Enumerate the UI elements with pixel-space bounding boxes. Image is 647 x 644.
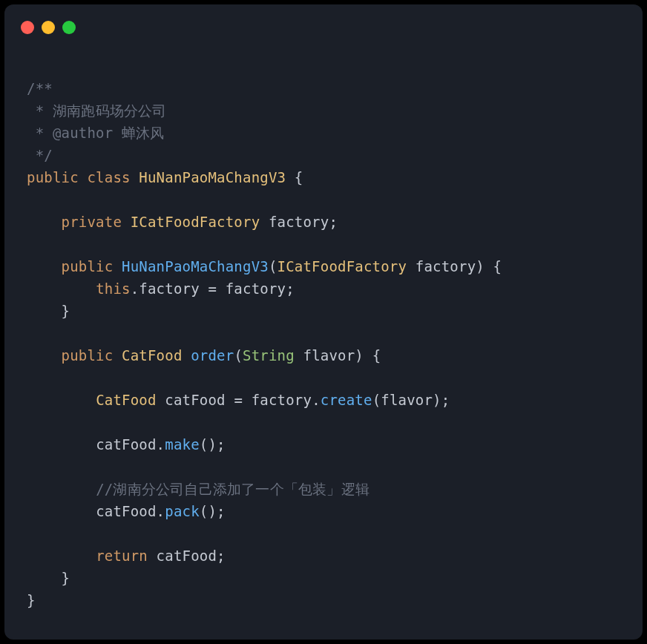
identifier: factory (139, 280, 199, 297)
identifier: factory (269, 214, 329, 230)
paren: ( (372, 392, 381, 408)
class-name: HuNanPaoMaChangV3 (139, 169, 286, 185)
brace: } (62, 303, 70, 319)
semicolon: ; (329, 214, 338, 230)
identifier: catFood (165, 392, 225, 408)
paren: ( (234, 347, 243, 364)
keyword-public: public (27, 169, 79, 185)
comment-line: //湖南分公司自己添加了一个「包装」逻辑 (96, 481, 370, 497)
paren: ) (433, 392, 441, 408)
comment-line: * 湖南跑码场分公司 (27, 102, 167, 119)
dot: . (131, 280, 139, 297)
type: ICatFoodFactory (131, 214, 260, 230)
dot: . (157, 436, 165, 453)
identifier: catFood (96, 503, 156, 519)
paren: ( (200, 436, 208, 453)
dot: . (157, 503, 165, 519)
param: factory (416, 258, 476, 275)
method-call: make (165, 436, 200, 453)
traffic-lights (21, 21, 76, 34)
identifier: factory (226, 280, 286, 297)
paren: ) (355, 347, 364, 364)
brace: } (27, 592, 36, 608)
eq: = (234, 392, 243, 408)
brace: { (372, 347, 381, 364)
identifier: factory (252, 392, 312, 408)
method-call: create (321, 392, 372, 408)
type: ICatFoodFactory (277, 258, 407, 275)
identifier: catFood (157, 548, 217, 564)
type-string: String (243, 347, 295, 364)
paren: ) (476, 258, 485, 275)
semicolon: ; (286, 280, 295, 297)
brace: { (493, 258, 502, 275)
code-block: /** * 湖南跑码场分公司 * @author 蝉沐风 */ public c… (27, 77, 620, 611)
param: flavor (303, 347, 355, 364)
method-name: order (191, 347, 234, 364)
code-window: /** * 湖南跑码场分公司 * @author 蝉沐风 */ public c… (4, 4, 643, 640)
keyword-this: this (96, 280, 131, 297)
keyword-public: public (62, 347, 114, 364)
keyword-return: return (96, 548, 148, 564)
identifier: catFood (96, 436, 156, 453)
comment-line: * @author 蝉沐风 (27, 125, 165, 141)
type: CatFood (96, 392, 156, 408)
semicolon: ; (217, 503, 226, 519)
semicolon: ; (217, 548, 226, 564)
dot: . (312, 392, 321, 408)
type: CatFood (122, 347, 182, 364)
comment-line: */ (27, 147, 53, 163)
eq: = (208, 280, 217, 297)
paren: ( (269, 258, 277, 275)
brace: { (295, 169, 303, 185)
brace: } (62, 570, 70, 586)
paren: ) (208, 436, 217, 453)
comment-line: /** (27, 80, 53, 96)
semicolon: ; (441, 392, 450, 408)
constructor-name: HuNanPaoMaChangV3 (122, 258, 269, 275)
close-icon[interactable] (21, 21, 34, 34)
keyword-class: class (87, 169, 130, 185)
method-call: pack (165, 503, 200, 519)
keyword-public: public (62, 258, 114, 275)
paren: ) (208, 503, 217, 519)
paren: ( (200, 503, 208, 519)
semicolon: ; (217, 436, 226, 453)
keyword-private: private (62, 214, 122, 230)
maximize-icon[interactable] (62, 21, 76, 34)
arg: flavor (381, 392, 433, 408)
minimize-icon[interactable] (42, 21, 55, 34)
